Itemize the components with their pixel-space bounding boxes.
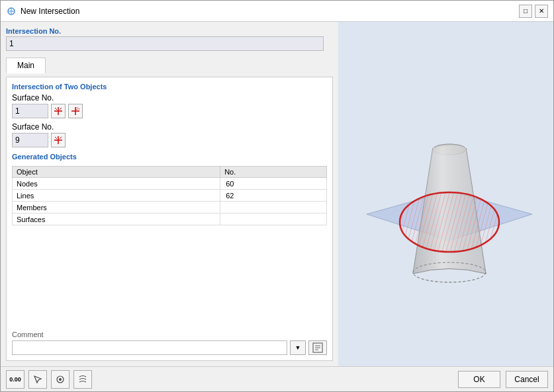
surface1-input[interactable] bbox=[12, 104, 48, 118]
intersection-section: Intersection of Two Objects Surface No. bbox=[12, 83, 327, 147]
window-controls: □ ✕ bbox=[519, 5, 548, 18]
ok-button[interactable]: OK bbox=[458, 371, 500, 388]
svg-line-12 bbox=[55, 137, 57, 139]
cell-object: Members bbox=[13, 202, 220, 214]
table-row: Surfaces bbox=[13, 214, 327, 225]
svg-line-5 bbox=[55, 108, 57, 110]
table-row: Members bbox=[13, 202, 327, 214]
main-window: New Intersection □ ✕ Intersection No. Ma… bbox=[0, 0, 554, 392]
intersection-no-input[interactable] bbox=[6, 36, 324, 51]
cell-object: Lines bbox=[13, 190, 220, 202]
tabs-bar: Main bbox=[6, 58, 333, 73]
cell-no: 60 bbox=[220, 178, 327, 190]
comment-extra-btn[interactable] bbox=[308, 340, 327, 355]
view-btn[interactable] bbox=[51, 370, 69, 389]
left-panel: Intersection No. Main Intersection of Tw… bbox=[1, 22, 338, 366]
cell-no bbox=[220, 202, 327, 214]
close-button[interactable]: ✕ bbox=[535, 5, 548, 18]
svg-line-13 bbox=[60, 137, 62, 139]
generated-objects-title: Generated Objects bbox=[12, 153, 327, 161]
surface1-label: Surface No. bbox=[12, 93, 327, 102]
svg-text:2+: 2+ bbox=[76, 106, 80, 110]
tab-content-main: Intersection of Two Objects Surface No. bbox=[6, 77, 333, 361]
visualization bbox=[338, 22, 553, 366]
3d-scene bbox=[347, 69, 545, 320]
tab-main[interactable]: Main bbox=[6, 58, 46, 73]
generated-objects-section: Generated Objects Object No. Nodes 60 bbox=[12, 153, 327, 225]
svg-line-6 bbox=[60, 108, 62, 110]
surface2-input[interactable] bbox=[12, 133, 48, 147]
cell-object: Surfaces bbox=[13, 214, 220, 225]
coordinate-label: 0.00 bbox=[9, 376, 21, 383]
surface2-pick-btn[interactable] bbox=[51, 133, 66, 147]
table-row: Lines 62 bbox=[13, 190, 327, 202]
table-row: Nodes 60 bbox=[13, 178, 327, 190]
comment-row: ▼ bbox=[12, 340, 327, 355]
col-no: No. bbox=[220, 167, 327, 178]
comment-input[interactable] bbox=[12, 340, 287, 355]
title-bar: New Intersection □ ✕ bbox=[1, 1, 553, 22]
select-btn[interactable] bbox=[28, 370, 47, 389]
content-area: Intersection No. Main Intersection of Tw… bbox=[1, 22, 553, 366]
intersection-no-label: Intersection No. bbox=[6, 27, 333, 35]
minimize-button[interactable]: □ bbox=[519, 5, 532, 18]
right-panel bbox=[338, 22, 553, 366]
cell-no bbox=[220, 214, 327, 225]
col-object: Object bbox=[13, 167, 220, 178]
coordinate-btn[interactable]: 0.00 bbox=[6, 370, 24, 389]
surface1-row: 2+ bbox=[12, 104, 327, 118]
toolbar-right: OK Cancel bbox=[458, 371, 548, 388]
surface2-row bbox=[12, 133, 327, 147]
surface1-pick-btn[interactable] bbox=[51, 104, 66, 118]
intersection-ellipse bbox=[400, 192, 499, 252]
comment-label: Comment bbox=[12, 331, 327, 338]
settings-btn[interactable] bbox=[73, 370, 92, 389]
toolbar-left: 0.00 bbox=[6, 370, 92, 389]
cancel-button[interactable]: Cancel bbox=[506, 371, 548, 388]
window-title: New Intersection bbox=[21, 7, 519, 16]
window-icon bbox=[6, 6, 17, 17]
comment-dropdown-btn[interactable]: ▼ bbox=[290, 340, 306, 355]
generated-objects-table: Object No. Nodes 60 Lines 62 bbox=[12, 166, 327, 225]
svg-point-29 bbox=[59, 378, 62, 381]
surface2-label: Surface No. bbox=[12, 122, 327, 132]
intersection-section-title: Intersection of Two Objects bbox=[12, 83, 327, 91]
surface1-select-btn[interactable]: 2+ bbox=[68, 104, 83, 118]
cell-object: Nodes bbox=[13, 178, 220, 190]
bottom-bar: 0.00 OK C bbox=[1, 366, 553, 391]
intersection-no-group: Intersection No. bbox=[6, 27, 333, 51]
cell-no: 62 bbox=[220, 190, 327, 202]
comment-section: Comment ▼ bbox=[12, 325, 327, 355]
